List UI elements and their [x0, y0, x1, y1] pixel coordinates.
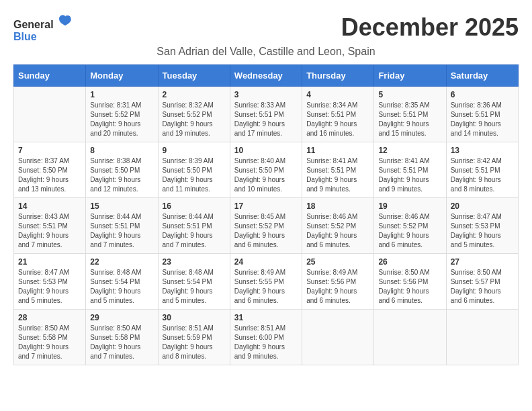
day-info: Sunrise: 8:44 AM Sunset: 5:51 PM Dayligh… — [163, 212, 226, 250]
calendar-cell: 27Sunrise: 8:50 AM Sunset: 5:57 PM Dayli… — [446, 254, 518, 310]
day-info: Sunrise: 8:50 AM Sunset: 5:58 PM Dayligh… — [90, 324, 153, 361]
day-info: Sunrise: 8:49 AM Sunset: 5:55 PM Dayligh… — [234, 268, 298, 306]
calendar-cell: 31Sunrise: 8:51 AM Sunset: 6:00 PM Dayli… — [230, 310, 302, 365]
day-number: 14 — [18, 201, 81, 211]
day-info: Sunrise: 8:31 AM Sunset: 5:52 PM Dayligh… — [90, 101, 153, 138]
day-info: Sunrise: 8:47 AM Sunset: 5:53 PM Dayligh… — [451, 212, 514, 250]
weekday-header: Tuesday — [158, 65, 230, 87]
weekday-header: Thursday — [302, 65, 374, 87]
day-info: Sunrise: 8:50 AM Sunset: 5:57 PM Dayligh… — [451, 268, 514, 306]
day-info: Sunrise: 8:41 AM Sunset: 5:51 PM Dayligh… — [306, 156, 369, 194]
calendar-week-row: 21Sunrise: 8:47 AM Sunset: 5:53 PM Dayli… — [14, 254, 519, 310]
day-info: Sunrise: 8:46 AM Sunset: 5:52 PM Dayligh… — [306, 212, 369, 250]
day-number: 30 — [163, 313, 226, 322]
calendar-cell: 28Sunrise: 8:50 AM Sunset: 5:58 PM Dayli… — [14, 310, 86, 365]
day-number: 7 — [18, 146, 81, 155]
day-number: 2 — [163, 90, 226, 99]
calendar-cell: 6Sunrise: 8:36 AM Sunset: 5:51 PM Daylig… — [446, 87, 518, 142]
day-info: Sunrise: 8:47 AM Sunset: 5:53 PM Dayligh… — [18, 268, 81, 306]
day-number: 18 — [306, 201, 369, 211]
day-info: Sunrise: 8:50 AM Sunset: 5:58 PM Dayligh… — [18, 324, 81, 361]
weekday-header: Monday — [86, 65, 158, 87]
calendar-week-row: 28Sunrise: 8:50 AM Sunset: 5:58 PM Dayli… — [14, 310, 519, 365]
day-number: 21 — [18, 257, 81, 267]
day-info: Sunrise: 8:43 AM Sunset: 5:51 PM Dayligh… — [18, 212, 81, 250]
day-number: 8 — [90, 146, 153, 155]
day-info: Sunrise: 8:46 AM Sunset: 5:52 PM Dayligh… — [378, 212, 441, 250]
calendar-cell: 30Sunrise: 8:51 AM Sunset: 5:59 PM Dayli… — [158, 310, 230, 365]
calendar-cell: 22Sunrise: 8:48 AM Sunset: 5:54 PM Dayli… — [86, 254, 158, 310]
calendar-cell: 19Sunrise: 8:46 AM Sunset: 5:52 PM Dayli… — [374, 198, 446, 254]
weekday-header-row: SundayMondayTuesdayWednesdayThursdayFrid… — [14, 65, 519, 87]
calendar-cell: 2Sunrise: 8:32 AM Sunset: 5:52 PM Daylig… — [158, 87, 230, 142]
logo-blue: Blue — [13, 31, 37, 42]
day-number: 29 — [90, 313, 153, 322]
weekday-header: Friday — [374, 65, 446, 87]
weekday-header: Saturday — [446, 65, 518, 87]
calendar-cell: 29Sunrise: 8:50 AM Sunset: 5:58 PM Dayli… — [86, 310, 158, 365]
calendar-cell — [302, 310, 374, 365]
calendar-cell: 12Sunrise: 8:41 AM Sunset: 5:51 PM Dayli… — [374, 142, 446, 198]
day-number: 13 — [451, 146, 514, 155]
day-number: 9 — [163, 146, 226, 155]
day-number: 19 — [378, 201, 441, 211]
calendar-cell: 23Sunrise: 8:48 AM Sunset: 5:54 PM Dayli… — [158, 254, 230, 310]
calendar-week-row: 1Sunrise: 8:31 AM Sunset: 5:52 PM Daylig… — [14, 87, 519, 142]
day-info: Sunrise: 8:45 AM Sunset: 5:52 PM Dayligh… — [234, 212, 298, 250]
calendar-cell — [374, 310, 446, 365]
calendar-cell — [14, 87, 86, 142]
day-info: Sunrise: 8:41 AM Sunset: 5:51 PM Dayligh… — [378, 156, 441, 194]
day-number: 27 — [451, 257, 514, 267]
weekday-header: Wednesday — [230, 65, 302, 87]
day-info: Sunrise: 8:44 AM Sunset: 5:51 PM Dayligh… — [90, 212, 153, 250]
day-number: 15 — [90, 201, 153, 211]
day-number: 1 — [90, 90, 153, 99]
calendar-cell: 21Sunrise: 8:47 AM Sunset: 5:53 PM Dayli… — [14, 254, 86, 310]
calendar-cell: 4Sunrise: 8:34 AM Sunset: 5:51 PM Daylig… — [302, 87, 374, 142]
day-info: Sunrise: 8:49 AM Sunset: 5:56 PM Dayligh… — [306, 268, 369, 306]
day-number: 6 — [451, 90, 514, 99]
calendar-cell: 24Sunrise: 8:49 AM Sunset: 5:55 PM Dayli… — [230, 254, 302, 310]
day-info: Sunrise: 8:39 AM Sunset: 5:50 PM Dayligh… — [163, 156, 226, 194]
calendar-cell: 18Sunrise: 8:46 AM Sunset: 5:52 PM Dayli… — [302, 198, 374, 254]
day-info: Sunrise: 8:36 AM Sunset: 5:51 PM Dayligh… — [451, 101, 514, 138]
logo-bird-icon — [58, 13, 73, 28]
calendar-cell: 5Sunrise: 8:35 AM Sunset: 5:51 PM Daylig… — [374, 87, 446, 142]
page-wrapper: General Blue December 2025 San Adrian de… — [13, 13, 519, 365]
day-info: Sunrise: 8:35 AM Sunset: 5:51 PM Dayligh… — [378, 101, 441, 138]
calendar-cell: 11Sunrise: 8:41 AM Sunset: 5:51 PM Dayli… — [302, 142, 374, 198]
day-number: 26 — [378, 257, 441, 267]
day-info: Sunrise: 8:51 AM Sunset: 5:59 PM Dayligh… — [163, 324, 226, 361]
calendar-cell: 16Sunrise: 8:44 AM Sunset: 5:51 PM Dayli… — [158, 198, 230, 254]
day-number: 25 — [306, 257, 369, 267]
day-number: 5 — [378, 90, 441, 99]
day-info: Sunrise: 8:33 AM Sunset: 5:51 PM Dayligh… — [234, 101, 298, 138]
calendar-cell: 25Sunrise: 8:49 AM Sunset: 5:56 PM Dayli… — [302, 254, 374, 310]
calendar-cell — [446, 310, 518, 365]
day-number: 16 — [163, 201, 226, 211]
calendar-week-row: 14Sunrise: 8:43 AM Sunset: 5:51 PM Dayli… — [14, 198, 519, 254]
day-number: 28 — [18, 313, 81, 322]
day-info: Sunrise: 8:42 AM Sunset: 5:51 PM Dayligh… — [451, 156, 514, 194]
day-number: 24 — [234, 257, 298, 267]
day-info: Sunrise: 8:38 AM Sunset: 5:50 PM Dayligh… — [90, 156, 153, 194]
calendar-cell: 10Sunrise: 8:40 AM Sunset: 5:50 PM Dayli… — [230, 142, 302, 198]
calendar-cell: 14Sunrise: 8:43 AM Sunset: 5:51 PM Dayli… — [14, 198, 86, 254]
day-info: Sunrise: 8:48 AM Sunset: 5:54 PM Dayligh… — [163, 268, 226, 306]
day-number: 22 — [90, 257, 153, 267]
calendar-cell: 1Sunrise: 8:31 AM Sunset: 5:52 PM Daylig… — [86, 87, 158, 142]
calendar-cell: 9Sunrise: 8:39 AM Sunset: 5:50 PM Daylig… — [158, 142, 230, 198]
day-number: 12 — [378, 146, 441, 155]
logo-text: General Blue — [13, 13, 73, 43]
calendar-cell: 7Sunrise: 8:37 AM Sunset: 5:50 PM Daylig… — [14, 142, 86, 198]
calendar-table: SundayMondayTuesdayWednesdayThursdayFrid… — [13, 64, 519, 365]
calendar-cell: 17Sunrise: 8:45 AM Sunset: 5:52 PM Dayli… — [230, 198, 302, 254]
calendar-week-row: 7Sunrise: 8:37 AM Sunset: 5:50 PM Daylig… — [14, 142, 519, 198]
calendar-cell: 20Sunrise: 8:47 AM Sunset: 5:53 PM Dayli… — [446, 198, 518, 254]
header: General Blue December 2025 — [13, 13, 519, 43]
day-number: 4 — [306, 90, 369, 99]
day-number: 20 — [451, 201, 514, 211]
day-info: Sunrise: 8:50 AM Sunset: 5:56 PM Dayligh… — [378, 268, 441, 306]
logo-general: General — [13, 19, 54, 30]
day-number: 31 — [234, 313, 298, 322]
